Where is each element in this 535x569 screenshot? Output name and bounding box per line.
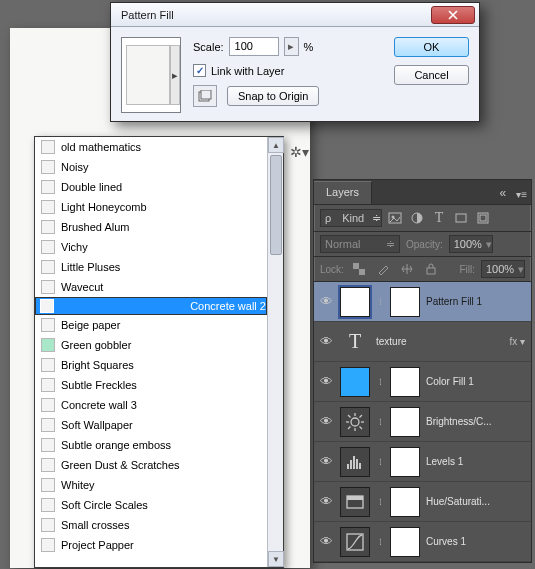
layer-row[interactable]: 👁⁞Curves 1 bbox=[314, 522, 531, 562]
pattern-picker[interactable]: ▸ bbox=[121, 37, 181, 113]
svg-rect-24 bbox=[359, 463, 361, 469]
pattern-item[interactable]: Subtle Freckles bbox=[35, 375, 267, 395]
pattern-swatch-icon bbox=[41, 398, 55, 412]
link-icon: ⁞ bbox=[376, 297, 384, 307]
layer-name[interactable]: Hue/Saturati... bbox=[426, 496, 527, 507]
pattern-item[interactable]: Green Dust & Scratches bbox=[35, 455, 267, 475]
ok-button[interactable]: OK bbox=[394, 37, 469, 57]
link-icon: ⁞ bbox=[376, 457, 384, 467]
lock-transparent-icon[interactable] bbox=[350, 260, 368, 278]
pattern-swatch-icon bbox=[41, 438, 55, 452]
pattern-item-label: Bright Squares bbox=[61, 359, 134, 371]
opacity-input[interactable]: 100%▾ bbox=[449, 235, 493, 253]
layer-name[interactable]: texture bbox=[376, 336, 503, 347]
scale-spinner[interactable]: ▸ bbox=[284, 37, 299, 56]
chevron-down-icon[interactable]: ▸ bbox=[170, 45, 180, 105]
filter-shape-icon[interactable] bbox=[452, 209, 470, 227]
layer-mask bbox=[390, 287, 420, 317]
visibility-icon[interactable]: 👁 bbox=[318, 334, 334, 349]
gear-icon[interactable]: ✲▾ bbox=[290, 144, 309, 160]
scroll-down-icon[interactable]: ▼ bbox=[268, 551, 284, 567]
pattern-swatch-icon bbox=[41, 418, 55, 432]
layer-row[interactable]: 👁⁞Color Fill 1 bbox=[314, 362, 531, 402]
blend-mode-select[interactable]: Normal≑ bbox=[320, 235, 400, 253]
pattern-swatch-icon bbox=[41, 518, 55, 532]
pattern-item-label: Little Pluses bbox=[61, 261, 120, 273]
pattern-item[interactable]: Bright Squares bbox=[35, 355, 267, 375]
svg-rect-7 bbox=[480, 215, 486, 221]
link-layer-checkbox[interactable]: ✓ bbox=[193, 64, 206, 77]
layer-row[interactable]: 👁⁞Pattern Fill 1 bbox=[314, 282, 531, 322]
new-preset-icon[interactable] bbox=[193, 85, 217, 107]
panel-collapse-icon[interactable]: « bbox=[493, 182, 512, 204]
pattern-item[interactable]: Beige paper bbox=[35, 315, 267, 335]
tab-layers[interactable]: Layers bbox=[314, 181, 372, 204]
svg-line-18 bbox=[348, 426, 351, 429]
layer-name[interactable]: Pattern Fill 1 bbox=[426, 296, 527, 307]
layer-row[interactable]: 👁⁞Hue/Saturati... bbox=[314, 482, 531, 522]
pattern-item-label: Whitey bbox=[61, 479, 95, 491]
svg-line-17 bbox=[360, 426, 363, 429]
filter-kind-select[interactable]: ρ Kind≑ bbox=[320, 209, 382, 227]
filter-smart-icon[interactable] bbox=[474, 209, 492, 227]
filter-adjust-icon[interactable] bbox=[408, 209, 426, 227]
scale-label: Scale: bbox=[193, 41, 224, 53]
svg-rect-20 bbox=[347, 464, 349, 469]
visibility-icon[interactable]: 👁 bbox=[318, 494, 334, 509]
pattern-item[interactable]: Subtle orange emboss bbox=[35, 435, 267, 455]
layer-name[interactable]: Levels 1 bbox=[426, 456, 527, 467]
fx-badge[interactable]: fx ▾ bbox=[509, 336, 527, 347]
close-icon[interactable] bbox=[431, 6, 475, 24]
layer-name[interactable]: Curves 1 bbox=[426, 536, 527, 547]
pattern-item[interactable]: Double lined bbox=[35, 177, 267, 197]
visibility-icon[interactable]: 👁 bbox=[318, 294, 334, 309]
link-layer-label: Link with Layer bbox=[211, 65, 284, 77]
pattern-item[interactable]: Vichy bbox=[35, 237, 267, 257]
lock-position-icon[interactable] bbox=[398, 260, 416, 278]
layer-mask bbox=[390, 407, 420, 437]
pattern-item[interactable]: Project Papper bbox=[35, 535, 267, 555]
scroll-up-icon[interactable]: ▲ bbox=[268, 137, 284, 153]
pattern-swatch-icon bbox=[41, 318, 55, 332]
pattern-item[interactable]: Little Pluses bbox=[35, 257, 267, 277]
pattern-item[interactable]: Light Honeycomb bbox=[35, 197, 267, 217]
pattern-item[interactable]: Whitey bbox=[35, 475, 267, 495]
svg-rect-22 bbox=[353, 456, 355, 469]
filter-pixel-icon[interactable] bbox=[386, 209, 404, 227]
visibility-icon[interactable]: 👁 bbox=[318, 414, 334, 429]
pattern-item[interactable]: Brushed Alum bbox=[35, 217, 267, 237]
layer-mask bbox=[390, 447, 420, 477]
svg-rect-23 bbox=[356, 459, 358, 469]
lock-all-icon[interactable] bbox=[422, 260, 440, 278]
visibility-icon[interactable]: 👁 bbox=[318, 374, 334, 389]
layer-row[interactable]: 👁⁞Levels 1 bbox=[314, 442, 531, 482]
pattern-item[interactable]: Concrete wall 2 bbox=[35, 297, 267, 315]
pattern-item[interactable]: Green gobbler bbox=[35, 335, 267, 355]
layer-row[interactable]: 👁Ttexturefx ▾ bbox=[314, 322, 531, 362]
scroll-thumb[interactable] bbox=[270, 155, 282, 255]
scale-input[interactable]: 100 bbox=[229, 37, 279, 56]
pattern-item[interactable]: Small crosses bbox=[35, 515, 267, 535]
panel-menu-icon[interactable]: ▾≡ bbox=[512, 185, 531, 204]
dialog-titlebar[interactable]: Pattern Fill bbox=[111, 3, 479, 27]
pattern-swatch-icon bbox=[41, 220, 55, 234]
pattern-item[interactable]: Wavecut bbox=[35, 277, 267, 297]
dropdown-scrollbar[interactable]: ▲ ▼ bbox=[267, 137, 283, 567]
layer-name[interactable]: Brightness/C... bbox=[426, 416, 527, 427]
pattern-swatch-icon bbox=[41, 498, 55, 512]
pattern-item[interactable]: Noisy bbox=[35, 157, 267, 177]
visibility-icon[interactable]: 👁 bbox=[318, 534, 334, 549]
pattern-item[interactable]: Soft Circle Scales bbox=[35, 495, 267, 515]
cancel-button[interactable]: Cancel bbox=[394, 65, 469, 85]
lock-paint-icon[interactable] bbox=[374, 260, 392, 278]
snap-origin-button[interactable]: Snap to Origin bbox=[227, 86, 319, 106]
scale-unit: % bbox=[304, 41, 314, 53]
visibility-icon[interactable]: 👁 bbox=[318, 454, 334, 469]
fill-input[interactable]: 100%▾ bbox=[481, 260, 525, 278]
layer-row[interactable]: 👁⁞Brightness/C... bbox=[314, 402, 531, 442]
filter-type-icon[interactable]: T bbox=[430, 209, 448, 227]
pattern-item[interactable]: old mathematics bbox=[35, 137, 267, 157]
pattern-item[interactable]: Soft Wallpaper bbox=[35, 415, 267, 435]
pattern-item[interactable]: Concrete wall 3 bbox=[35, 395, 267, 415]
layer-name[interactable]: Color Fill 1 bbox=[426, 376, 527, 387]
